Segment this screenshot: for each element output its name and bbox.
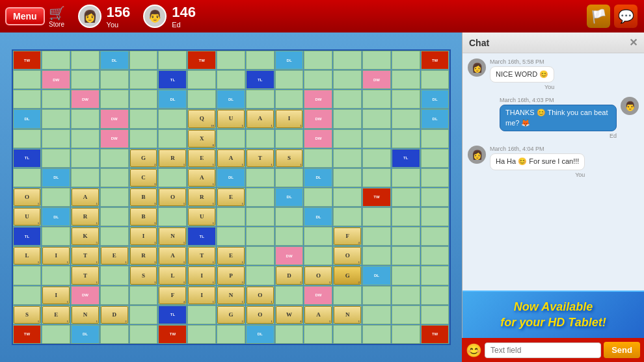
tile-S2[interactable]: S1 xyxy=(130,266,157,284)
tile-I4[interactable]: I1 xyxy=(188,266,215,284)
tile-T3[interactable]: T1 xyxy=(72,266,99,284)
tile-O6[interactable]: O1 xyxy=(247,306,274,324)
tile-A5[interactable]: A1 xyxy=(159,247,186,265)
tile-G2[interactable]: G2 xyxy=(334,266,361,284)
tile-O4[interactable]: O1 xyxy=(304,266,332,284)
cell-10-9: DW xyxy=(275,246,304,265)
tile-I3[interactable]: I1 xyxy=(42,247,70,265)
tile-T2[interactable]: T1 xyxy=(188,247,215,265)
tile-O2[interactable]: O1 xyxy=(159,188,186,206)
chat-close-button[interactable]: ✕ xyxy=(629,36,637,49)
tile-D[interactable]: D2 xyxy=(276,266,303,284)
tile-O[interactable]: O1 xyxy=(14,188,41,206)
cell-4-11 xyxy=(333,129,362,148)
cell-8-7 xyxy=(217,207,245,226)
tile-N2[interactable]: N1 xyxy=(217,287,245,304)
chat-header-button[interactable]: 💬 xyxy=(614,5,637,28)
tile-N2[interactable]: N1 xyxy=(72,306,99,324)
tile-S3[interactable]: S1 xyxy=(14,306,41,324)
cell-12-3 xyxy=(100,286,129,305)
tile-C[interactable]: C3 xyxy=(130,169,157,187)
tile-X[interactable]: X8 xyxy=(188,130,215,148)
tile-F2[interactable]: F4 xyxy=(159,287,186,304)
tile-E5[interactable]: E1 xyxy=(42,306,70,324)
tile-A3[interactable]: A1 xyxy=(188,169,215,187)
flag-button[interactable]: 🏳️ xyxy=(587,5,610,28)
cell-14-9 xyxy=(275,325,304,344)
tile-I[interactable]: I1 xyxy=(276,110,303,127)
cell-6-0 xyxy=(13,168,42,187)
tile-R3[interactable]: R1 xyxy=(130,247,157,265)
tile-B[interactable]: B3 xyxy=(130,188,157,206)
tile-O5[interactable]: O1 xyxy=(247,287,274,304)
tile-E[interactable]: E1 xyxy=(188,149,215,167)
tile-E2[interactable]: E1 xyxy=(217,188,245,206)
tile-A4[interactable]: A1 xyxy=(72,188,99,206)
tile-L2[interactable]: L1 xyxy=(159,266,186,284)
cell-2-13 xyxy=(392,90,420,109)
cell-14-2: DL xyxy=(71,325,100,344)
tile-R[interactable]: R1 xyxy=(188,188,215,206)
cell-2-3 xyxy=(100,90,129,109)
tile-K[interactable]: K5 xyxy=(72,227,99,245)
cell-8-13 xyxy=(392,207,420,226)
cell-0-0: TW xyxy=(13,51,42,70)
tile-R2[interactable]: R1 xyxy=(72,208,99,226)
cell-3-2 xyxy=(71,109,100,128)
player2-score: 146 xyxy=(172,4,196,21)
cell-5-10 xyxy=(304,149,332,168)
tile-W[interactable]: W4 xyxy=(276,306,303,324)
chat-bubble-wrap-2: March 16th, 4:03 PM THANKS 😊 Think you c… xyxy=(500,97,617,139)
tile-Q[interactable]: Q10 xyxy=(188,110,215,127)
tile-R[interactable]: R1 xyxy=(159,149,186,167)
tile-U[interactable]: U1 xyxy=(217,110,245,127)
cell-6-13 xyxy=(392,168,420,187)
menu-button[interactable]: Menu xyxy=(5,7,45,25)
cell-0-2 xyxy=(71,51,100,70)
chat-time-1: March 16th, 5:58 PM xyxy=(490,58,554,65)
cell-7-11 xyxy=(333,188,362,207)
cell-0-8 xyxy=(246,51,275,70)
cell-2-10: DW xyxy=(304,90,332,109)
tile-T[interactable]: T1 xyxy=(72,247,99,265)
cell-1-10 xyxy=(304,70,332,89)
cell-14-5: TW xyxy=(158,325,187,344)
send-button[interactable]: Send xyxy=(604,342,640,358)
cell-14-3 xyxy=(100,325,129,344)
cell-14-6 xyxy=(187,325,216,344)
chat-message-3: 👩 March 16th, 4:04 PM Ha Ha 😊 For sure I… xyxy=(468,146,639,177)
tile-G[interactable]: G2 xyxy=(130,149,157,167)
cell-3-14: DL xyxy=(421,109,449,128)
tile-U3[interactable]: U1 xyxy=(188,208,215,226)
tile-N[interactable]: N1 xyxy=(159,227,186,245)
tile-F[interactable]: F4 xyxy=(334,227,361,245)
tile-S[interactable]: S1 xyxy=(276,149,303,167)
tile-B2[interactable]: B3 xyxy=(130,208,157,226)
cell-11-12: DL xyxy=(362,266,391,285)
cell-10-13 xyxy=(392,246,420,265)
tile-T[interactable]: T1 xyxy=(247,149,274,167)
tile-O3[interactable]: O1 xyxy=(334,247,361,265)
emoji-button[interactable]: 😊 xyxy=(466,343,482,358)
tile-I2[interactable]: I1 xyxy=(130,227,157,245)
tile-I5[interactable]: I1 xyxy=(42,287,70,304)
cell-11-3 xyxy=(100,266,129,285)
text-field-input[interactable] xyxy=(485,343,601,358)
tile-I6[interactable]: I1 xyxy=(188,287,215,304)
tile-D2[interactable]: D2 xyxy=(101,306,128,324)
cell-14-8: DL xyxy=(246,325,275,344)
store-button[interactable]: 🛒 Store xyxy=(49,5,65,28)
tile-A2[interactable]: A1 xyxy=(217,149,245,167)
tile-U2[interactable]: U1 xyxy=(14,208,41,226)
tile-L[interactable]: L1 xyxy=(14,247,41,265)
cell-5-3 xyxy=(100,149,129,168)
tile-G3[interactable]: G2 xyxy=(217,306,245,324)
board-area: TW DL TW DL TW DW TL TL xyxy=(0,32,462,362)
tile-P[interactable]: P3 xyxy=(217,266,245,284)
tile-N3[interactable]: N1 xyxy=(334,306,361,324)
tile-E3[interactable]: E1 xyxy=(101,247,128,265)
tile-E4[interactable]: E1 xyxy=(217,247,245,265)
cell-2-2: DW xyxy=(71,90,100,109)
tile-A6[interactable]: A1 xyxy=(304,306,332,324)
tile-A[interactable]: A1 xyxy=(247,110,274,127)
